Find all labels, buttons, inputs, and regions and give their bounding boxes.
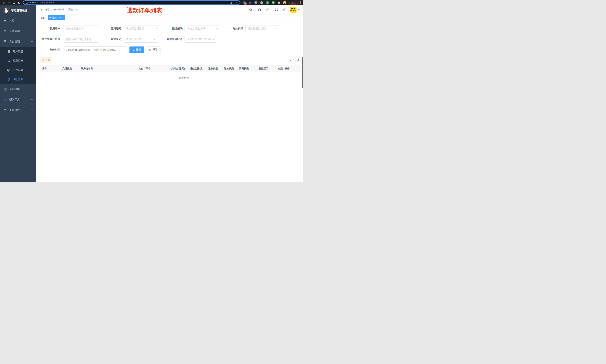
empty-text: 暂无数据 <box>179 77 189 80</box>
sidebar-item-refund-order[interactable]: 退款订单 <box>0 75 36 84</box>
date-range-picker[interactable]: 2022-01-23 00:00:00 - 2022-01-23 23:59:5… <box>63 46 127 53</box>
refund-status-select[interactable]: 请选择退款状态 <box>124 36 158 43</box>
select-placeholder: 请选择退款状态 <box>126 38 152 41</box>
date-end-value[interactable]: 2022-01-23 23:59:59 <box>93 49 116 51</box>
column-header-id[interactable]: 编号 <box>40 67 60 70</box>
refresh-icon <box>149 49 151 51</box>
refresh-table-button[interactable] <box>295 57 301 63</box>
share-icon[interactable] <box>228 0 233 5</box>
browser-chrome: localhost:1024/pay/refund ☆ 10 ⌘ y 更新 <box>0 0 303 5</box>
extension-icon-recorder[interactable] <box>259 0 264 5</box>
browser-reload-button[interactable] <box>12 0 16 5</box>
kite-ext-icon <box>249 1 252 4</box>
sidebar-item-system[interactable]: ⚙ 系统管理 <box>0 26 36 37</box>
sidebar-item-workflow[interactable]: 工作流程 <box>0 105 36 115</box>
table-header-row: 编号 支付渠道 商户订单号 支付订单号 支付金额(元) 退款金额(元) 退款类型… <box>40 65 301 72</box>
page-scrollbar-thumb[interactable] <box>302 57 303 88</box>
github-icon[interactable] <box>257 7 262 12</box>
chevron-down-icon <box>156 27 158 30</box>
notify-status-select[interactable]: 请选择通知商户退款结果的回调状态 <box>184 36 217 43</box>
bookmark-star-icon[interactable]: ☆ <box>233 0 238 5</box>
refund-type-select[interactable]: 请选择退款类型 <box>245 25 280 32</box>
navbar: 首页 / 支付管理 / 退款订单 退款订单列表 <box>36 5 303 14</box>
url-text: localhost:1024/pay/refund <box>28 1 228 4</box>
select-placeholder: 请输入渠道编码 <box>187 27 215 30</box>
navbar-actions: TT <box>248 7 303 13</box>
column-header-pay-amount[interactable]: 支付金额(元) <box>169 67 188 70</box>
url-bar[interactable]: localhost:1024/pay/refund ☆ <box>23 0 240 5</box>
column-header-pay-order-no[interactable]: 支付订单号 <box>137 67 169 70</box>
browser-back-button[interactable] <box>1 0 6 5</box>
extension-icon-command[interactable]: ⌘ <box>253 0 259 5</box>
breadcrumb: 首页 / 支付管理 / 退款订单 <box>44 8 79 12</box>
column-header-refund-type[interactable]: 退款类型 <box>207 67 222 70</box>
extension-icon-y[interactable]: y <box>265 0 270 5</box>
fullscreen-icon[interactable] <box>274 7 279 12</box>
channel-select[interactable]: 请输入渠道编码 <box>184 25 220 32</box>
column-header-channel[interactable]: 支付渠道 <box>60 67 79 70</box>
column-header-merchant-order-no[interactable]: 商户订单号 <box>79 67 137 70</box>
search-icon[interactable] <box>248 7 253 12</box>
breadcrumb-separator: / <box>66 8 66 11</box>
merchant-refund-no-field[interactable] <box>63 36 98 43</box>
extension-badge: 10 <box>244 3 247 5</box>
column-header-refund-reason[interactable]: 退款原因 <box>257 67 276 70</box>
extension-icon-kite[interactable] <box>247 0 253 5</box>
extension-icon-chat[interactable] <box>270 0 276 5</box>
column-header-actions[interactable]: 操作 <box>283 65 301 72</box>
export-button[interactable]: 导出 <box>40 57 52 63</box>
filter-label: 退款回调状态 <box>164 38 184 41</box>
chrome-update-button[interactable]: 更新 <box>289 1 298 4</box>
filter-merchant-refund-no: 商户退款订单号 <box>40 36 98 43</box>
help-icon[interactable] <box>265 7 270 12</box>
sidebar-item-devtools[interactable]: 研发工具 <box>0 94 36 105</box>
tag-refund-order[interactable]: 退款订单 × <box>48 15 65 20</box>
breadcrumb-home[interactable]: 首页 <box>44 8 50 12</box>
filter-label: 退款状态 <box>104 38 124 41</box>
merchant-input[interactable] <box>66 27 97 30</box>
page-annotation-title: 退款订单列表 <box>127 7 162 14</box>
emoji-ext-icon <box>283 1 286 4</box>
browser-menu-icon[interactable] <box>299 0 302 5</box>
reset-button[interactable]: 重置 <box>146 46 161 53</box>
site-info-icon[interactable] <box>25 0 28 5</box>
browser-forward-button[interactable] <box>6 0 11 5</box>
close-icon[interactable]: × <box>62 16 64 19</box>
breadcrumb-pay[interactable]: 支付管理 <box>54 8 64 12</box>
app-select[interactable]: 请选择应用信息 <box>124 25 160 32</box>
sidebar-logo-row[interactable]: 芋道管理系统 <box>0 5 36 16</box>
filter-refund-type: 退款类型 请选择退款类型 <box>222 25 280 32</box>
browser-home-button[interactable] <box>17 0 22 5</box>
extension-icon-tabs[interactable]: 10 <box>242 0 247 5</box>
sidebar-item-merchant-info[interactable]: 商户信息 <box>0 47 36 56</box>
ring-ext-icon <box>260 1 263 4</box>
filter-app: 应用编号 请选择应用信息 <box>104 25 160 32</box>
merchant-select[interactable] <box>63 25 99 32</box>
sidebar-item-home[interactable]: 首页 <box>0 16 36 26</box>
search-button[interactable]: 搜索 <box>130 46 144 53</box>
merchant-refund-no-input[interactable] <box>66 38 96 41</box>
show-search-toggle-button[interactable] <box>288 57 293 63</box>
extension-icon-emoji[interactable] <box>282 0 287 5</box>
sidebar-item-label: 应用信息 <box>13 59 23 63</box>
sidebar-item-pay-order[interactable]: 支付订单 <box>0 65 36 75</box>
sidebar-menu: 首页 ⚙ 系统管理 ¥ 支付管理 <box>0 16 36 182</box>
column-header-create-time[interactable]: 创建时间 <box>276 67 283 70</box>
column-header-callback-status[interactable]: 回调状态 <box>237 67 257 70</box>
sidebar-item-infra[interactable]: 基础设施 <box>0 84 36 94</box>
tag-home[interactable]: 首页 <box>39 15 47 20</box>
screenshot-root: localhost:1024/pay/refund ☆ 10 ⌘ y 更新 <box>0 0 303 182</box>
column-header-refund-status[interactable]: 退款状态 <box>222 67 237 70</box>
pay-submenu: 商户信息 应用信息 支付订单 <box>0 47 36 84</box>
select-placeholder: 请选择应用信息 <box>126 27 155 30</box>
clock-icon <box>65 49 67 51</box>
user-menu[interactable] <box>290 7 300 13</box>
column-header-refund-amount[interactable]: 退款金额(元) <box>188 67 207 70</box>
sidebar-item-pay[interactable]: ¥ 支付管理 <box>0 37 36 47</box>
font-size-icon[interactable]: TT <box>283 8 286 12</box>
select-placeholder: 请选择退款类型 <box>248 27 275 30</box>
sidebar-collapse-icon[interactable] <box>36 5 44 14</box>
date-start-value[interactable]: 2022-01-23 00:00:00 <box>68 49 90 51</box>
sidebar-item-app-info[interactable]: 应用信息 <box>0 56 36 65</box>
extensions-puzzle-icon[interactable] <box>276 0 282 5</box>
